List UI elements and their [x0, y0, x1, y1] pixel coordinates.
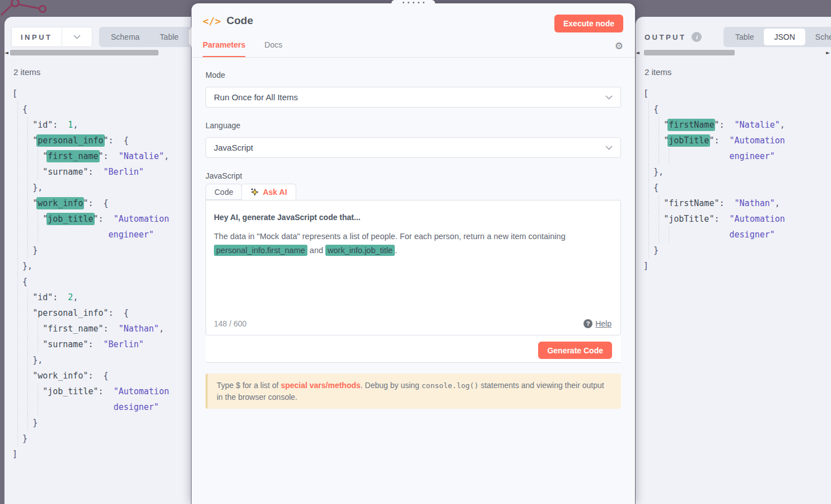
output-panel: OUTPUT i Table JSON Schema ◄ ► 2 items [… [636, 17, 831, 504]
language-select[interactable]: JavaScript [206, 137, 621, 158]
json-line: }, [643, 164, 831, 180]
json-line: "jobTitle": "Automation [643, 211, 831, 227]
json-line: "jobTitle": "Automation [643, 133, 831, 148]
json-line: { [12, 274, 191, 290]
prompt-footer: Generate Code [206, 335, 621, 363]
help-link[interactable]: ? Help [583, 319, 611, 328]
output-json-viewer: [ { "firstName": "Natalie", "jobTitle": … [643, 86, 831, 274]
special-vars-link[interactable]: special vars/methods [281, 381, 360, 390]
input-source-button[interactable]: INPUT [12, 27, 62, 46]
modal-tabs: Parameters Docs [203, 40, 282, 57]
mode-select-value: Run Once for All Items [214, 92, 298, 102]
json-key-highlighted[interactable]: first_name [48, 151, 98, 161]
input-panel-header: INPUT Schema Table JSON [4, 17, 191, 47]
output-scrollbar-thumb[interactable] [644, 50, 735, 55]
output-panel-title: OUTPUT [645, 33, 686, 41]
info-icon[interactable]: i [692, 32, 702, 42]
json-line: "firstName": "Natalie", [643, 117, 831, 133]
json-line: "work_info": { [12, 195, 191, 211]
json-key-highlighted[interactable]: job_title [48, 214, 93, 224]
modal-body: Mode Run Once for All Items Language Jav… [192, 71, 635, 409]
json-line: "work_info": { [12, 368, 191, 384]
code-node-modal: </> Code Execute node Parameters Docs ⚙ … [192, 3, 635, 504]
json-key-highlighted[interactable]: personal_info [38, 136, 103, 146]
tab-input-schema[interactable]: Schema [101, 29, 150, 45]
prompt-body: The data in "Mock data" represents a lis… [214, 230, 606, 258]
json-line: "firstName": "Nathan", [643, 195, 831, 211]
input-scrollbar-thumb[interactable] [10, 50, 158, 55]
code-node-icon: </> [203, 15, 221, 27]
json-line: ] [12, 446, 191, 462]
question-mark-icon: ? [583, 319, 592, 328]
json-line: "surname": "Berlin" [12, 164, 191, 180]
mode-select[interactable]: Run Once for All Items [206, 87, 621, 108]
generate-code-button[interactable]: Generate Code [538, 342, 612, 359]
json-line: } [12, 415, 191, 431]
ask-ai-prompt-textarea[interactable]: Hey AI, generate JavaScript code that...… [206, 200, 621, 335]
mode-label: Mode [206, 71, 621, 82]
canvas-background-pattern [0, 0, 78, 17]
language-label: Language [206, 121, 621, 132]
json-line: }, [12, 180, 191, 195]
output-panel-header: OUTPUT i Table JSON Schema [636, 17, 831, 47]
json-line: engineer" [12, 227, 191, 242]
input-source-selector: INPUT [11, 27, 92, 47]
scroll-right-arrow-icon[interactable]: ► [826, 50, 830, 55]
json-line: "id": 2, [12, 290, 191, 305]
output-display-mode-tabs: Table JSON Schema [723, 27, 831, 47]
json-line: designer" [12, 399, 191, 415]
execute-node-button[interactable]: Execute node [554, 15, 623, 32]
tab-output-table[interactable]: Table [725, 29, 764, 45]
json-line: "first_name": "Natalie", [12, 148, 191, 164]
code-editor-tabs: Code Ask AI [206, 184, 621, 200]
tab-code[interactable]: Code [206, 184, 242, 200]
input-source-dropdown[interactable] [62, 27, 92, 46]
node-title: Code [227, 15, 254, 27]
tab-ask-ai-label: Ask AI [263, 188, 287, 197]
json-line: } [643, 242, 831, 258]
json-line: "job_title": "Automation [12, 211, 191, 227]
tab-output-json[interactable]: JSON [764, 29, 805, 45]
output-items-count: 2 items [645, 67, 831, 77]
json-key-highlighted[interactable]: work_info [38, 198, 83, 208]
language-select-value: JavaScript [214, 143, 253, 152]
json-line: "surname": "Berlin" [12, 337, 191, 352]
input-items-count: 2 items [13, 67, 191, 77]
json-line: [ [643, 86, 831, 101]
field-reference-chip: work_info.job_title [325, 245, 395, 256]
json-line: ] [643, 258, 831, 274]
scroll-left-arrow-icon[interactable]: ◄ [636, 50, 639, 55]
json-line: "personal_info": { [12, 305, 191, 321]
json-line: }, [12, 352, 191, 368]
tab-parameters[interactable]: Parameters [203, 40, 245, 57]
output-horizontal-scrollbar: ◄ ► [636, 49, 831, 56]
input-horizontal-scrollbar: ◄ [4, 49, 191, 56]
modal-header: </> Code Execute node Parameters Docs ⚙ [192, 3, 635, 58]
input-panel: INPUT Schema Table JSON ◄ 2 items [ { "i… [4, 17, 191, 504]
tab-docs[interactable]: Docs [264, 40, 282, 57]
json-line: engineer" [643, 148, 831, 164]
json-line: { [643, 180, 831, 195]
chevron-down-icon [605, 146, 613, 150]
scroll-left-arrow-icon[interactable]: ◄ [4, 50, 8, 55]
json-line: } [12, 431, 191, 446]
tab-input-table[interactable]: Table [150, 29, 188, 45]
tab-ask-ai[interactable]: Ask AI [241, 184, 296, 200]
json-line: [ [12, 86, 191, 101]
json-key-highlighted[interactable]: firstName [669, 120, 714, 130]
json-line: { [12, 101, 191, 117]
json-line: "job_title": "Automation [12, 384, 191, 399]
chevron-down-icon [605, 95, 613, 100]
sparkles-icon [250, 188, 259, 196]
json-line: "first_name": "Nathan", [12, 321, 191, 337]
special-vars-hint-callout: Type $ for a list of special vars/method… [206, 374, 621, 409]
tab-output-schema[interactable]: Schema [805, 29, 831, 45]
character-counter: 148 / 600 [214, 319, 246, 328]
json-line: "personal_info": { [12, 133, 191, 148]
input-json-viewer: [ { "id": 1, "personal_info": { "first_n… [12, 86, 191, 462]
json-line: { [643, 101, 831, 117]
field-reference-chip: personal_info.first_name [214, 245, 307, 256]
chevron-down-icon [73, 35, 81, 39]
settings-gear-icon[interactable]: ⚙ [615, 40, 623, 52]
json-key-highlighted[interactable]: jobTitle [669, 136, 709, 146]
